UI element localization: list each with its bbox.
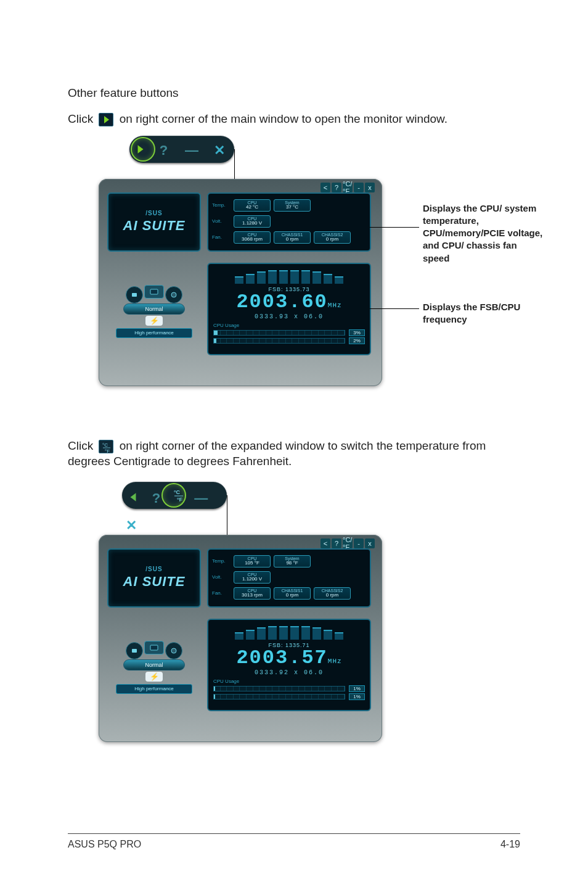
left-pane: /SUS AI SUITE Normal ⚡ High performance	[107, 548, 201, 693]
perf-indicator-icon	[144, 641, 164, 654]
callout-sensors: Displays the CPU/ system temperature, CP…	[423, 202, 546, 265]
minimize-icon[interactable]: —	[192, 485, 210, 512]
window-controls: < ? °C/°F - x	[321, 183, 375, 192]
usage-row-1: 3%	[213, 329, 365, 336]
minimize-icon[interactable]: —	[176, 137, 208, 164]
frequency-panel: FSB: 1335.73 2003.60MHz 0333.93 x 06.0 C…	[207, 263, 371, 355]
footer-page-number: 4-19	[500, 839, 520, 850]
perf-knob-right-icon[interactable]	[165, 642, 182, 659]
fan-cpu-pill: CPU3013 rpm	[234, 587, 271, 600]
footer-rule	[68, 833, 520, 835]
temp-system-pill: System98 °F	[274, 555, 311, 567]
minimize-mini-icon[interactable]: -	[354, 183, 364, 192]
help-mini-icon[interactable]: ?	[332, 183, 341, 192]
fan-label: Fan.	[212, 590, 231, 596]
leader-line	[370, 308, 419, 309]
right-pane: Temp. CPU105 °F System98 °F Volt. CPU1.1…	[207, 548, 371, 711]
perf-mode-button[interactable]: Normal	[123, 659, 185, 670]
right-pane: Temp. CPU42 °C System37 °C Volt. CPU1.12…	[207, 192, 371, 355]
perf-label[interactable]: High performance	[116, 684, 192, 694]
cpu-frequency: 2003.60MHz	[213, 292, 365, 312]
para1-post: on right corner of the main window to op…	[120, 112, 447, 125]
temperature-toggle-icon: °C °F	[99, 440, 113, 453]
callout-frequency: Displays the FSB/CPU frequency	[423, 301, 546, 326]
para2-post: on right corner of the expanded window t…	[68, 439, 486, 468]
freq-unit: MHz	[328, 302, 342, 309]
collapse-icon[interactable]: <	[321, 183, 330, 192]
perf-label[interactable]: High performance	[116, 328, 192, 338]
usage-bar-2	[213, 338, 345, 344]
close-mini-icon[interactable]: x	[365, 538, 375, 548]
svg-text:°C: °C	[102, 442, 108, 448]
usage-row-2: 1%	[213, 693, 365, 700]
histogram-icon	[213, 269, 365, 284]
highlight-ring-icon	[132, 138, 154, 160]
paragraph-1: Click on right corner of the main window…	[68, 111, 520, 127]
histogram-icon	[213, 625, 365, 640]
fan-label: Fan.	[212, 234, 231, 240]
usage-pct-1: 1%	[349, 685, 365, 692]
perf-knob-left-icon[interactable]	[126, 286, 143, 303]
close-icon[interactable]: ✕	[210, 137, 229, 164]
help-mini-icon[interactable]: ?	[332, 538, 341, 548]
usage-bar-1	[213, 330, 345, 336]
volt-cpu-pill: CPU1.1280 V	[234, 215, 271, 228]
unit-toggle-icon[interactable]: °C/°F	[343, 538, 353, 548]
volt-cpu-pill: CPU1.1200 V	[234, 571, 271, 584]
perf-knob-right-icon[interactable]	[165, 286, 182, 303]
expand-icon	[99, 113, 113, 126]
leader-line	[234, 149, 235, 179]
temp-cpu-pill: CPU42 °C	[234, 199, 271, 212]
perf-mode-button[interactable]: Normal	[123, 303, 185, 315]
usage-pct-2: 1%	[349, 693, 365, 700]
close-mini-icon[interactable]: x	[365, 183, 375, 192]
section-heading: Other feature buttons	[68, 86, 520, 100]
page-footer: ASUS P5Q PRO 4-19	[68, 833, 520, 851]
volt-row: Volt. CPU1.1200 V	[212, 569, 366, 585]
asus-logo-text: /SUS	[145, 210, 162, 217]
unit-toggle-icon[interactable]: °C/°F	[343, 183, 353, 192]
bolt-icon[interactable]: ⚡	[145, 672, 163, 682]
svg-marker-0	[104, 116, 109, 123]
svg-rect-12	[132, 649, 137, 653]
sensor-panel: Temp. CPU42 °C System37 °C Volt. CPU1.12…	[207, 192, 371, 252]
svg-rect-2	[132, 293, 137, 297]
volt-label: Volt.	[212, 218, 231, 224]
leader-line	[227, 495, 227, 535]
ai-suite-title: AI SUITE	[123, 218, 186, 234]
asus-logo-text: /SUS	[145, 566, 162, 572]
svg-marker-8	[131, 493, 136, 501]
performance-widget: Normal ⚡ High performance	[107, 280, 201, 337]
para1-pre: Click	[68, 112, 96, 125]
highlight-ring-icon	[163, 484, 185, 506]
fan-ch1-pill: CHASSIS10 rpm	[274, 587, 311, 600]
fan-cpu-pill: CPU3068 rpm	[234, 231, 271, 244]
collapse-icon[interactable]: <	[321, 538, 330, 548]
footer-product: ASUS P5Q PRO	[68, 839, 141, 850]
paragraph-2: Click °C °F on right corner of the expan…	[68, 438, 520, 469]
multiplier-value: 0333.92 x 06.0	[213, 669, 365, 676]
perf-indicator-icon	[144, 285, 164, 299]
temp-cpu-pill: CPU105 °F	[234, 555, 271, 567]
usage-bar-2	[213, 694, 345, 699]
perf-knob-left-icon[interactable]	[126, 642, 143, 659]
figure-1: ? — ✕ < ? °C/°F - x /SUS AI SUITE	[99, 136, 549, 413]
bolt-icon[interactable]: ⚡	[145, 316, 163, 326]
fan-ch1-pill: CHASSIS10 rpm	[274, 231, 311, 244]
freq-unit: MHz	[328, 658, 342, 665]
window-controls: < ? °C/°F - x	[321, 538, 375, 548]
help-icon[interactable]: ?	[154, 137, 173, 164]
sensor-panel: Temp. CPU105 °F System98 °F Volt. CPU1.1…	[207, 548, 371, 608]
fan-ch2-pill: CHASSIS20 rpm	[314, 587, 351, 600]
fan-row: Fan. CPU3013 rpm CHASSIS10 rpm CHASSIS20…	[212, 585, 366, 601]
para2-pre: Click	[68, 439, 96, 452]
usage-bar-1	[213, 686, 345, 691]
usage-row-2: 2%	[213, 337, 365, 344]
performance-widget: Normal ⚡ High performance	[107, 636, 201, 693]
monitor-window-2: < ? °C/°F - x /SUS AI SUITE	[99, 535, 382, 742]
arrow-left-icon[interactable]	[122, 484, 144, 511]
minimize-mini-icon[interactable]: -	[354, 538, 364, 548]
svg-rect-13	[150, 645, 158, 650]
brand-box: /SUS AI SUITE	[107, 192, 201, 252]
svg-text:°F: °F	[105, 448, 110, 453]
